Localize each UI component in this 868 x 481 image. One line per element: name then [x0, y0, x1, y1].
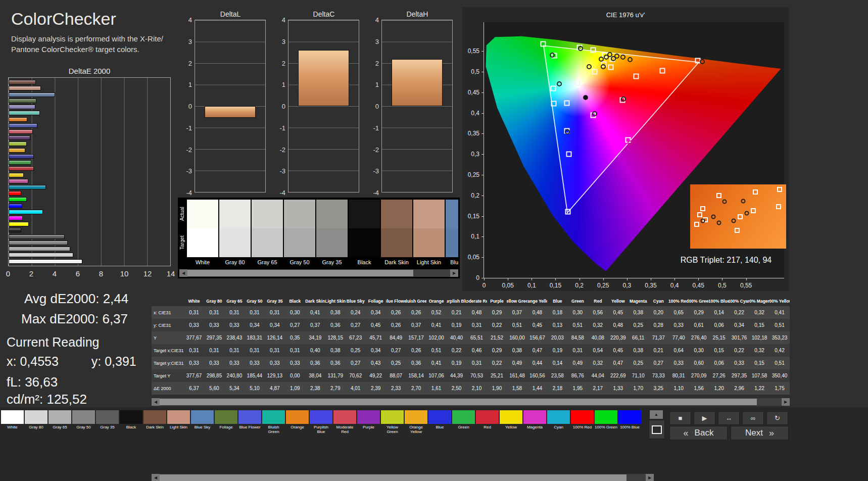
patch-gray-35[interactable]: Gray 35	[316, 200, 348, 267]
patch-blue-sky[interactable]: Blue Sky	[446, 200, 458, 267]
pattern-button-100-red[interactable]: 100% Red	[571, 410, 594, 438]
pattern-scroll-up-icon[interactable]: ▲	[650, 410, 663, 419]
pattern-label: White	[1, 424, 24, 438]
scrollbar-track[interactable]	[160, 398, 782, 406]
scrollbar-thumb[interactable]	[160, 474, 626, 481]
pattern-button-dark-skin[interactable]: Dark Skin	[143, 410, 166, 438]
scrollbar-track[interactable]	[160, 474, 646, 481]
pattern-button-blue[interactable]: Blue	[428, 410, 451, 438]
cie-x-tick-label: 0	[483, 282, 486, 289]
scrollbar-track[interactable]	[187, 269, 450, 277]
table-scrollbar[interactable]: ◀ ▶	[152, 398, 790, 406]
de2000-bar-gray-35	[9, 234, 65, 239]
y-tick-label: -1	[373, 124, 379, 131]
fit-width-button[interactable]: ↔	[718, 411, 740, 425]
scrollbar-thumb[interactable]	[187, 270, 413, 276]
table-cell: 298,85	[204, 369, 224, 382]
table-cell: 23,58	[547, 369, 567, 382]
next-button[interactable]: Next »	[731, 426, 789, 440]
pattern-button-gray-65[interactable]: Gray 65	[49, 410, 71, 438]
pattern-button-purple[interactable]: Purple	[357, 410, 380, 438]
cie-y-tick	[481, 278, 484, 278]
table-cell: 377,67	[184, 369, 204, 382]
y-tick-label: 2	[188, 59, 192, 67]
table-cell: 0,36	[325, 357, 346, 369]
pattern-button-blue-flower[interactable]: Blue Flower	[238, 410, 261, 438]
table-cell: 0,32	[749, 306, 769, 319]
patch-target-swatch	[446, 228, 458, 257]
patch-gray-50[interactable]: Gray 50	[284, 200, 315, 267]
pattern-button-100-blue[interactable]: 100% Blue	[618, 410, 641, 438]
table-cell: 27,26	[709, 369, 729, 382]
swatch-strip: Actual Target WhiteGray 80Gray 65Gray 50…	[178, 198, 460, 278]
refresh-icon: ↻	[775, 414, 780, 422]
patch-target-swatch	[187, 228, 218, 257]
column-header-100-yellow: 100% Yellow	[769, 296, 790, 306]
pattern-button-strip: WhiteGray 80Gray 65Gray 50Gray 35BlackDa…	[1, 410, 642, 438]
pattern-button-red[interactable]: Red	[476, 410, 499, 438]
pattern-button-moderate-red[interactable]: Moderate Red	[333, 410, 356, 438]
pattern-button-bluish-green[interactable]: Bluish Green	[262, 410, 285, 438]
scroll-left-icon[interactable]: ◀	[179, 269, 187, 277]
table-cell: 0,33	[245, 357, 265, 369]
pattern-button-orange-yellow[interactable]: Orange Yellow	[405, 410, 427, 438]
table-cell: 3,25	[648, 382, 668, 395]
cie-y-tick-label: 0,15	[468, 213, 479, 220]
de2000-bar-row	[9, 173, 170, 177]
patch-white[interactable]: White	[187, 200, 218, 267]
table-cell: 0,18	[547, 306, 567, 319]
scroll-left-icon[interactable]: ◀	[152, 398, 160, 406]
stop-button[interactable]: ■	[669, 411, 691, 425]
scroll-right-icon[interactable]: ▶	[782, 398, 790, 406]
pattern-button-foliage[interactable]: Foliage	[215, 410, 237, 438]
scroll-right-icon[interactable]: ▶	[646, 474, 654, 481]
pattern-window-button[interactable]	[649, 420, 665, 439]
patch-light-skin[interactable]: Light Skin	[413, 200, 445, 267]
scrollbar-thumb[interactable]	[160, 399, 757, 405]
table-cell: 0,49	[567, 357, 588, 369]
swatch-strip-scrollbar[interactable]: ◀ ▶	[179, 269, 458, 277]
back-button[interactable]: « Back	[669, 426, 728, 440]
pattern-button-yellow[interactable]: Yellow	[500, 410, 522, 438]
pattern-button-purplish-blue[interactable]: Purplish Blue	[310, 410, 332, 438]
de2000-bar-dark-skin	[9, 80, 36, 84]
pattern-button-white[interactable]: White	[1, 410, 24, 438]
pattern-button-100-green[interactable]: 100% Green	[595, 410, 617, 438]
pattern-button-light-skin[interactable]: Light Skin	[167, 410, 190, 438]
table-cell: 160,56	[527, 369, 547, 382]
pattern-swatch	[191, 410, 214, 424]
patch-dark-skin[interactable]: Dark Skin	[381, 200, 412, 267]
loop-button[interactable]: ∞	[742, 411, 764, 425]
pattern-button-cyan[interactable]: Cyan	[547, 410, 570, 438]
fl-reading: fL: 36,63	[7, 374, 58, 390]
de2000-bar-row	[9, 216, 170, 220]
pattern-strip-scrollbar[interactable]: ◀ ▶	[152, 474, 654, 481]
table-cell: 0,31	[467, 357, 487, 369]
refresh-button[interactable]: ↻	[766, 411, 788, 425]
pattern-label: 100% Green	[595, 424, 617, 438]
pattern-button-gray-80[interactable]: Gray 80	[25, 410, 47, 438]
patch-gray-65[interactable]: Gray 65	[252, 200, 283, 267]
patch-label: Black	[349, 257, 380, 267]
pattern-button-green[interactable]: Green	[452, 410, 475, 438]
back-chevron-icon: «	[684, 428, 689, 439]
pattern-button-yellow-green[interactable]: Yellow Green	[381, 410, 404, 438]
table-cell: 1,20	[709, 382, 729, 395]
pattern-button-gray-50[interactable]: Gray 50	[72, 410, 95, 438]
pattern-button-magenta[interactable]: Magenta	[523, 410, 546, 438]
patch-black[interactable]: Black	[349, 200, 380, 267]
pattern-button-blue-sky[interactable]: Blue Sky	[191, 410, 214, 438]
table-cell: 40,40	[447, 331, 467, 344]
pattern-button-orange[interactable]: Orange	[286, 410, 309, 438]
scroll-left-icon[interactable]: ◀	[152, 474, 160, 481]
play-button[interactable]: ▶	[694, 411, 715, 425]
pattern-button-gray-35[interactable]: Gray 35	[96, 410, 119, 438]
x-tick-label: 2	[29, 269, 33, 278]
pattern-button-black[interactable]: Black	[120, 410, 142, 438]
table-cell: 0,26	[386, 306, 406, 319]
patch-gray-80[interactable]: Gray 80	[219, 200, 251, 267]
scroll-right-icon[interactable]: ▶	[450, 269, 458, 277]
cie-x-tick	[746, 278, 747, 280]
table-cell: 1,22	[749, 382, 769, 395]
table-cell: 0,33	[668, 319, 689, 331]
